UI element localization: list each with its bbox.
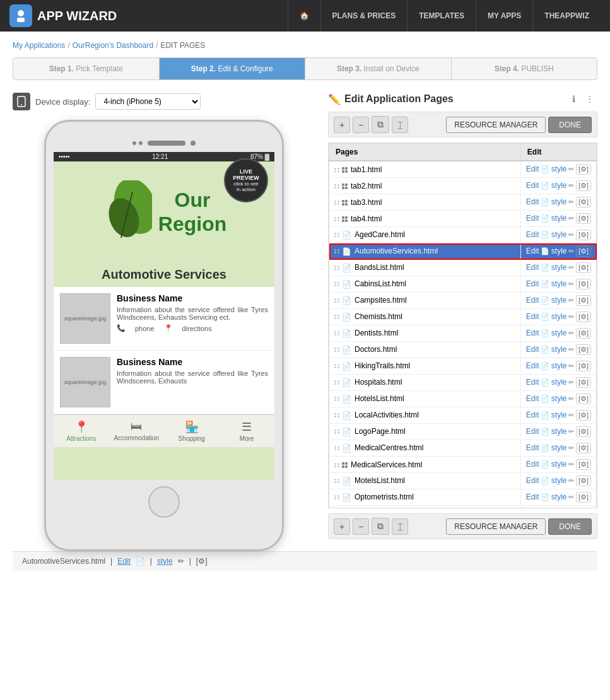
- table-row[interactable]: 📄HikingTrails.htmlEdit📄 style✏ [⚙]: [329, 358, 597, 375]
- table-cell-edit[interactable]: Edit📄 style✏ [⚙]: [520, 309, 596, 325]
- gear-button[interactable]: [⚙]: [576, 361, 591, 371]
- gear-button[interactable]: [⚙]: [576, 459, 591, 470]
- table-cell-edit[interactable]: Edit📄 style✏ [⚙]: [520, 506, 596, 509]
- edit-link[interactable]: Edit: [526, 361, 539, 370]
- style-link[interactable]: style: [551, 230, 567, 239]
- table-row[interactable]: tab3.htmlEdit📄 style✏ [⚙]: [329, 194, 597, 211]
- wizard-step-3[interactable]: Step 3. Install on Device: [305, 58, 452, 79]
- table-cell-edit[interactable]: Edit📄 style✏ [⚙]: [520, 391, 596, 407]
- style-link[interactable]: style: [551, 247, 567, 255]
- table-row[interactable]: tab1.htmlEdit📄 style✏ [⚙]: [329, 161, 597, 178]
- gear-button[interactable]: [⚙]: [576, 394, 591, 404]
- gear-button[interactable]: [⚙]: [576, 230, 591, 240]
- gear-button[interactable]: [⚙]: [576, 426, 591, 437]
- gear-button[interactable]: [⚙]: [576, 262, 591, 273]
- gear-button[interactable]: [⚙]: [576, 443, 591, 453]
- breadcrumb-myapps[interactable]: My Applications: [13, 41, 65, 50]
- style-link[interactable]: style: [551, 279, 567, 288]
- edit-link[interactable]: Edit: [526, 279, 539, 288]
- more-options-button[interactable]: ⋮: [582, 93, 597, 105]
- gear-button[interactable]: [⚙]: [576, 328, 591, 339]
- gear-button[interactable]: [⚙]: [576, 344, 591, 355]
- table-row[interactable]: 📄Chemists.htmlEdit📄 style✏ [⚙]: [329, 309, 597, 325]
- style-link[interactable]: style: [551, 296, 567, 305]
- edit-link[interactable]: Edit: [526, 427, 539, 436]
- style-link[interactable]: style: [551, 329, 567, 337]
- gear-button[interactable]: [⚙]: [576, 492, 591, 503]
- copy-page-button[interactable]: ⧉: [372, 116, 389, 133]
- gear-button[interactable]: [⚙]: [576, 213, 591, 224]
- edit-link[interactable]: Edit: [526, 443, 539, 452]
- phone-tab-accommodation[interactable]: 🛏 Accommodation: [109, 418, 165, 444]
- table-cell-edit[interactable]: Edit📄 style✏ [⚙]: [520, 325, 596, 342]
- table-row[interactable]: 📄HotelsList.htmlEdit📄 style✏ [⚙]: [329, 391, 597, 407]
- phone-tab-more[interactable]: ☰ More: [220, 418, 275, 444]
- resource-manager-button-bottom[interactable]: RESOURCE MANAGER: [446, 518, 546, 535]
- table-cell-edit[interactable]: Edit📄 style✏ [⚙]: [520, 161, 596, 178]
- style-link[interactable]: style: [551, 181, 567, 190]
- table-row[interactable]: 📄MedicalCentres.htmlEdit📄 style✏ [⚙]: [329, 440, 597, 457]
- add-page-button-bottom[interactable]: +: [334, 518, 350, 535]
- app-logo[interactable]: APP WIZARD: [9, 4, 117, 27]
- table-cell-edit[interactable]: Edit📄 style✏ [⚙]: [520, 358, 596, 375]
- style-link[interactable]: style: [551, 411, 567, 419]
- style-link[interactable]: style: [551, 378, 567, 387]
- nav-templates[interactable]: TEMPLATES: [407, 0, 476, 32]
- style-link[interactable]: style: [551, 493, 567, 501]
- style-link[interactable]: style: [551, 165, 567, 173]
- table-row[interactable]: 📄Optometrists.htmlEdit📄 style✏ [⚙]: [329, 489, 597, 506]
- copy-page-button-bottom[interactable]: ⧉: [372, 518, 389, 535]
- edit-link[interactable]: Edit: [526, 460, 539, 469]
- table-row[interactable]: 📄Campsites.htmlEdit📄 style✏ [⚙]: [329, 293, 597, 309]
- nav-home[interactable]: 🏠: [288, 0, 320, 32]
- table-cell-edit[interactable]: Edit📄 style✏ [⚙]: [520, 178, 596, 194]
- table-cell-edit[interactable]: Edit📄 style✏ [⚙]: [520, 473, 596, 489]
- done-button-top[interactable]: DONE: [548, 117, 592, 133]
- phone-tab-shopping[interactable]: 🏪 Shopping: [164, 418, 220, 444]
- table-row[interactable]: 📄Hospitals.htmlEdit📄 style✏ [⚙]: [329, 375, 597, 391]
- edit-link[interactable]: Edit: [526, 197, 539, 206]
- gear-button[interactable]: [⚙]: [576, 164, 591, 175]
- gear-button[interactable]: [⚙]: [576, 180, 591, 191]
- table-row[interactable]: 📄Doctors.htmlEdit📄 style✏ [⚙]: [329, 342, 597, 358]
- edit-link[interactable]: Edit: [526, 345, 539, 354]
- edit-link[interactable]: Edit: [526, 181, 539, 190]
- adjust-page-button[interactable]: ⌶: [392, 117, 408, 133]
- status-edit-link[interactable]: Edit: [117, 557, 131, 566]
- gear-button[interactable]: [⚙]: [576, 475, 591, 486]
- style-link[interactable]: style: [551, 427, 567, 436]
- table-row[interactable]: 📄Otherbusiness.htmlEdit📄 style✏ [⚙]: [329, 506, 597, 509]
- pages-table-container[interactable]: Pages Edit tab1.htmlEdit📄 style✏ [⚙]tab2…: [328, 143, 597, 508]
- breadcrumb-dashboard[interactable]: OurRegion's Dashboard: [73, 41, 153, 50]
- table-cell-edit[interactable]: Edit📄 style✏ [⚙]: [520, 227, 596, 243]
- info-button[interactable]: ℹ: [569, 93, 578, 105]
- style-link[interactable]: style: [551, 312, 567, 321]
- table-row[interactable]: 📄LogoPage.htmlEdit📄 style✏ [⚙]: [329, 424, 597, 440]
- wizard-step-1[interactable]: Step 1. Pick Template: [13, 58, 160, 79]
- table-row[interactable]: tab2.htmlEdit📄 style✏ [⚙]: [329, 178, 597, 194]
- phone-tab-attractions[interactable]: 📍 Attractions: [54, 418, 109, 444]
- phone-home-button[interactable]: [148, 486, 180, 518]
- status-style-link[interactable]: style: [157, 557, 173, 566]
- table-cell-edit[interactable]: Edit📄 style✏ [⚙]: [520, 440, 596, 457]
- remove-page-button-bottom[interactable]: −: [353, 518, 369, 535]
- table-cell-edit[interactable]: Edit📄 style✏ [⚙]: [520, 243, 596, 260]
- done-button-bottom[interactable]: DONE: [548, 518, 592, 535]
- table-cell-edit[interactable]: Edit📄 style✏ [⚙]: [520, 457, 596, 473]
- table-cell-edit[interactable]: Edit📄 style✏ [⚙]: [520, 424, 596, 440]
- remove-page-button[interactable]: −: [353, 117, 369, 133]
- wizard-step-2[interactable]: Step 2. Edit & Configure: [160, 58, 306, 79]
- edit-link[interactable]: Edit: [526, 476, 539, 485]
- table-row[interactable]: 📄AutomotiveServices.htmlEdit📄 style✏ [⚙]: [329, 243, 597, 260]
- gear-button[interactable]: [⚙]: [576, 295, 591, 306]
- gear-button[interactable]: [⚙]: [576, 279, 591, 289]
- table-cell-edit[interactable]: Edit📄 style✏ [⚙]: [520, 342, 596, 358]
- edit-link[interactable]: Edit: [526, 394, 539, 403]
- style-link[interactable]: style: [551, 197, 567, 206]
- add-page-button[interactable]: +: [334, 117, 350, 133]
- wizard-step-4[interactable]: Step 4. PUBLISH: [452, 58, 597, 79]
- edit-link[interactable]: Edit: [526, 378, 539, 387]
- gear-button[interactable]: [⚙]: [576, 197, 591, 207]
- edit-link[interactable]: Edit: [526, 296, 539, 305]
- edit-link[interactable]: Edit: [526, 247, 539, 255]
